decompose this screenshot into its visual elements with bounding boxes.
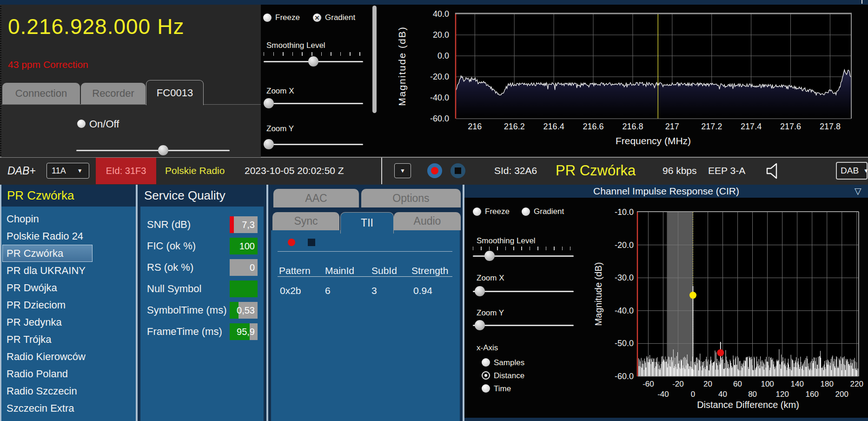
- svg-text:120: 120: [775, 390, 788, 399]
- service-list-item[interactable]: PR Jedynka: [1, 314, 136, 331]
- tab-audio[interactable]: Audio: [394, 212, 461, 230]
- spectrum-smoothing-handle[interactable]: [308, 56, 318, 67]
- tii-cell: 3: [371, 285, 377, 296]
- protection-label: EEP 3-A: [708, 157, 745, 185]
- spectrum-zoom-y-handle[interactable]: [264, 139, 274, 149]
- cir-zoom-x-track[interactable]: [473, 291, 574, 292]
- cir-gradient-radio[interactable]: [522, 207, 530, 216]
- svg-text:0.0: 0.0: [437, 51, 449, 60]
- record-button[interactable]: [427, 163, 443, 179]
- cir-xaxis-distance-radio-dot: [484, 374, 487, 377]
- tii-divider: [278, 251, 452, 252]
- collapse-triangle-icon[interactable]: ▽: [855, 186, 861, 196]
- quality-label: RS (ok %): [147, 261, 193, 274]
- tii-cell: 0.94: [413, 285, 432, 296]
- tab-fc0013[interactable]: FC0013: [146, 80, 204, 105]
- frequency-display: 0.216.928.000Hz: [8, 14, 184, 39]
- cir-bottom-strip: [464, 418, 868, 421]
- spectrum-freeze-radio[interactable]: [263, 13, 272, 22]
- ppm-correction-label: 43 ppm Correction: [8, 59, 88, 70]
- tab-connection[interactable]: Connection: [2, 83, 80, 104]
- svg-text:20.0: 20.0: [433, 30, 449, 40]
- controls-scrollbar[interactable]: [372, 6, 377, 113]
- tab-tii[interactable]: TII: [340, 212, 394, 234]
- tii-stop-indicator-icon[interactable]: [308, 239, 315, 246]
- gain-slider-handle[interactable]: [158, 145, 168, 155]
- quality-label: SymbolTime (ms): [147, 304, 227, 316]
- tii-col-header: SubId: [371, 265, 397, 276]
- cir-xaxis-distance-radio[interactable]: [482, 371, 490, 380]
- tab-options[interactable]: Options: [361, 189, 461, 207]
- tii-record-indicator-icon[interactable]: [288, 239, 295, 246]
- cir-xaxis-samples-radio[interactable]: [482, 358, 490, 367]
- spectrum-gradient-radio-check-icon: ✕: [315, 15, 320, 21]
- quality-value: 95,9: [230, 323, 255, 340]
- service-list-item[interactable]: PR dla UKRAINY: [1, 262, 136, 279]
- gain-slider-track[interactable]: [76, 150, 230, 151]
- service-list-item[interactable]: Chopin: [1, 210, 136, 227]
- spectrum-freeze-label: Freeze: [275, 13, 300, 22]
- service-dropdown-button[interactable]: ▼: [394, 163, 411, 178]
- svg-text:216.2: 216.2: [504, 122, 525, 131]
- cir-title: Channel Impulse Response (CIR): [464, 185, 868, 198]
- channel-select[interactable]: 11A ▼: [46, 163, 89, 179]
- cir-plot[interactable]: -10.0-20.0-30.0-40.0-50.0-60.0-60-202060…: [581, 198, 868, 418]
- spectrum-zoom-x-handle[interactable]: [264, 98, 274, 108]
- tii-tab-body: [271, 230, 460, 421]
- service-list-item[interactable]: PR Czwórka: [1, 245, 136, 262]
- quality-bar: [230, 281, 258, 297]
- cir-gradient-label: Gradient: [534, 207, 564, 216]
- service-list-item[interactable]: PR Trójka: [1, 331, 136, 348]
- svg-text:180: 180: [821, 380, 834, 388]
- service-list-item[interactable]: Radio Szczecin: [1, 382, 136, 400]
- app-window: 0.216.928.000Hz 43 ppm Correction AGC On…: [0, 0, 868, 421]
- svg-text:-40.0: -40.0: [615, 306, 634, 315]
- svg-text:216: 216: [468, 122, 482, 131]
- cir-freeze-label: Freeze: [485, 207, 510, 216]
- svg-text:-30.0: -30.0: [615, 273, 634, 282]
- cir-zoom-x-label: Zoom X: [477, 274, 504, 283]
- svg-text:217.2: 217.2: [701, 122, 722, 131]
- cir-xaxis-samples-label: Samples: [494, 358, 524, 368]
- output-device-select[interactable]: DAB ▼: [836, 162, 868, 180]
- svg-text:217.4: 217.4: [741, 122, 762, 131]
- service-list-item[interactable]: PR Dwójka: [1, 279, 136, 296]
- svg-text:216.4: 216.4: [543, 122, 564, 131]
- window-top-strip: [0, 0, 868, 5]
- tab-aac[interactable]: AAC: [273, 189, 359, 207]
- tab-sync[interactable]: Sync: [272, 212, 339, 230]
- bitrate-label: 96 kbps: [663, 157, 697, 185]
- service-list-item[interactable]: Szczecin Extra: [1, 400, 136, 417]
- svg-text:20: 20: [703, 380, 712, 388]
- svg-text:Distance Difference (km): Distance Difference (km): [697, 400, 799, 410]
- spectrum-zoom-y-track[interactable]: [264, 144, 363, 145]
- chevron-down-icon: ▼: [77, 167, 83, 174]
- tuner-tab-content: [1, 104, 261, 157]
- svg-text:-20.0: -20.0: [615, 241, 634, 250]
- tab-recorder[interactable]: Recorder: [81, 83, 146, 104]
- cir-zoom-x-handle[interactable]: [475, 286, 485, 296]
- stop-button[interactable]: [450, 163, 466, 179]
- cir-xaxis-time-label: Time: [494, 384, 511, 394]
- service-list-item[interactable]: Radio Poland: [1, 365, 136, 382]
- cir-zoom-y-track[interactable]: [473, 325, 574, 326]
- spectrum-plot[interactable]: 40.020.00.0-20.0-40.0-60.0216216.2216.42…: [381, 5, 868, 157]
- spectrum-zoom-x-track[interactable]: [264, 103, 363, 104]
- cir-zoom-y-handle[interactable]: [475, 320, 485, 330]
- service-list-item[interactable]: PR Dzieciom: [1, 296, 136, 314]
- quality-value: 0: [230, 259, 255, 276]
- service-list-item[interactable]: Radio Kierowców: [1, 348, 136, 365]
- service-list-item[interactable]: Polskie Radio 24: [1, 227, 136, 245]
- agc-onoff-label: On/Off: [89, 118, 119, 130]
- agc-radio[interactable]: [77, 120, 86, 128]
- cir-xaxis-time-radio[interactable]: [482, 384, 490, 393]
- statusbar-divider: [381, 158, 382, 184]
- cir-freeze-radio[interactable]: [473, 207, 481, 216]
- svg-text:200: 200: [835, 390, 848, 399]
- cir-xaxis-distance-label: Distance: [494, 371, 524, 381]
- svg-text:217: 217: [665, 122, 679, 131]
- service-list: ChopinPolskie Radio 24PR CzwórkaPR dla U…: [1, 210, 136, 417]
- spectrum-gradient-radio[interactable]: ✕: [313, 13, 321, 22]
- frequency-value: 0.216.928.000: [8, 14, 151, 39]
- speaker-icon[interactable]: [765, 162, 783, 180]
